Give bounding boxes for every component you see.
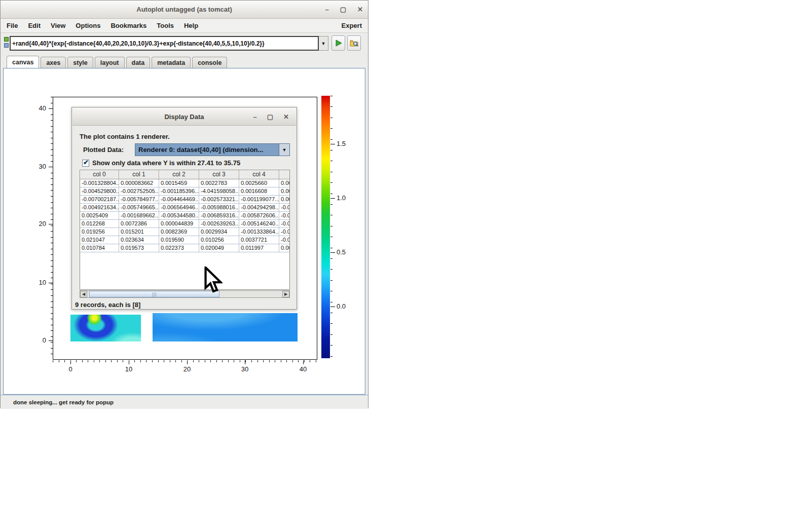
uri-dropdown-button[interactable]: ▼ — [319, 36, 328, 51]
tab-canvas[interactable]: canvas — [7, 56, 39, 68]
table-cell[interactable]: -0.005749665... — [119, 204, 159, 212]
tab-metadata[interactable]: metadata — [152, 57, 191, 68]
table-cell[interactable]: 0.019573 — [119, 244, 159, 252]
table-cell[interactable]: -4.041598058... — [199, 187, 239, 196]
table-row[interactable]: -0.001328804...0.0000836620.00154590.002… — [80, 179, 290, 187]
table-cell[interactable]: -0.006859316... — [199, 212, 239, 220]
table-cell[interactable]: 0.00 — [279, 244, 290, 252]
menu-edit[interactable]: Edit — [23, 22, 46, 29]
table-cell[interactable]: 0.0022783 — [199, 179, 239, 187]
table-cell[interactable]: -0.005344580... — [159, 212, 199, 220]
menu-help[interactable]: Help — [179, 22, 203, 29]
table-cell[interactable]: -0.001689662... — [119, 212, 159, 220]
dialog-close-icon[interactable]: ✕ — [283, 113, 289, 120]
menu-file[interactable]: File — [7, 22, 23, 29]
plotted-data-select[interactable]: Renderer 0: dataset[40,40] (dimension...… — [135, 143, 290, 156]
uri-input[interactable] — [10, 36, 319, 51]
scrollbar-thumb[interactable] — [89, 291, 219, 297]
window-minimize-icon[interactable]: – — [325, 6, 329, 13]
table-cell[interactable]: 0.00 — [279, 196, 290, 204]
table-cell[interactable]: 0.012268 — [80, 220, 119, 228]
table-cell[interactable]: 0.015201 — [119, 228, 159, 236]
table-row[interactable]: -0.007002187...-0.005784977...-0.0044644… — [80, 196, 290, 204]
table-cell[interactable]: 0.0015459 — [159, 179, 199, 187]
table-cell[interactable]: -0.001333864... — [239, 228, 279, 236]
table-cell[interactable]: -0.0 — [279, 220, 290, 228]
table-row[interactable]: -0.004921634...-0.005749665...-0.0065649… — [80, 204, 290, 212]
table-cell[interactable]: 0.010784 — [80, 244, 119, 252]
table-cell[interactable]: -0.005146240... — [239, 220, 279, 228]
table-cell[interactable]: -0.002752505... — [119, 187, 159, 196]
table-cell[interactable]: -0.006564946... — [159, 204, 199, 212]
dialog-maximize-icon[interactable]: ▢ — [267, 113, 273, 120]
window-titlebar[interactable]: Autoplot untagged (as tomcat) – ▢ ✕ — [1, 1, 368, 19]
table-cell[interactable]: 0.010256 — [199, 236, 239, 244]
table-cell[interactable]: -0.001185396... — [159, 187, 199, 196]
table-header-cell[interactable]: col 3 — [199, 170, 239, 179]
tab-data[interactable]: data — [126, 57, 151, 68]
table-cell[interactable]: 0.0016608 — [239, 187, 279, 196]
table-header-cell[interactable]: col 0 — [80, 170, 119, 179]
table-cell[interactable]: -0.004529800... — [80, 187, 119, 196]
table-header-cell[interactable]: col 4 — [239, 170, 279, 179]
table-cell[interactable]: -0.0 — [279, 212, 290, 220]
table-cell[interactable]: -0.004921634... — [80, 204, 119, 212]
tab-console[interactable]: console — [192, 57, 227, 68]
table-cell[interactable]: 0.0025660 — [239, 179, 279, 187]
table-cell[interactable]: 0.0072386 — [119, 220, 159, 228]
table-horizontal-scrollbar[interactable]: ◀ ▶ — [80, 290, 290, 298]
menu-expert[interactable]: Expert — [342, 22, 362, 29]
table-cell[interactable]: -0.007002187... — [80, 196, 119, 204]
tab-style[interactable]: style — [67, 57, 93, 68]
colorbar[interactable] — [321, 96, 330, 358]
menu-tools[interactable]: Tools — [152, 22, 179, 29]
table-row[interactable]: 0.0122680.00723860.000044839-0.002639263… — [80, 220, 290, 228]
table-cell[interactable]: 0.011997 — [239, 244, 279, 252]
table-cell[interactable]: -0.001328804... — [80, 179, 119, 187]
table-row[interactable]: 0.0192560.0152010.00823690.0029934-0.001… — [80, 228, 290, 236]
table-cell[interactable]: -0.001199077... — [239, 196, 279, 204]
table-cell[interactable]: -0.002639263... — [199, 220, 239, 228]
filter-checkbox[interactable]: ✔ — [82, 160, 89, 167]
dialog-titlebar[interactable]: Display Data – ▢ ✕ — [72, 108, 296, 126]
table-row[interactable]: 0.0210470.0236340.0195900.0102560.003772… — [80, 236, 290, 244]
table-cell[interactable]: 0.00 — [279, 187, 290, 196]
table-cell[interactable]: 0.0037721 — [239, 236, 279, 244]
table-row[interactable]: 0.0025409-0.001689662...-0.005344580...-… — [80, 212, 290, 220]
go-button[interactable] — [331, 35, 345, 51]
table-row[interactable]: -0.004529800...-0.002752505...-0.0011853… — [80, 187, 290, 196]
table-cell[interactable]: -0.005784977... — [119, 196, 159, 204]
table-cell[interactable]: -0.005872606... — [239, 212, 279, 220]
table-cell[interactable]: 0.021047 — [80, 236, 119, 244]
table-cell[interactable]: 0.000083662 — [119, 179, 159, 187]
inspect-uri-button[interactable] — [347, 35, 361, 51]
table-header-cell[interactable]: col 1 — [119, 170, 159, 179]
window-maximize-icon[interactable]: ▢ — [340, 6, 346, 13]
table-cell[interactable]: 0.000044839 — [159, 220, 199, 228]
table-cell[interactable]: 0.019590 — [159, 236, 199, 244]
table-cell[interactable]: 0.020049 — [199, 244, 239, 252]
menu-bookmarks[interactable]: Bookmarks — [105, 22, 152, 29]
table-cell[interactable]: -0.0 — [279, 228, 290, 236]
table-cell[interactable]: 0.019256 — [80, 228, 119, 236]
table-cell[interactable]: -0.004294298... — [239, 204, 279, 212]
tab-layout[interactable]: layout — [95, 57, 125, 68]
tab-axes[interactable]: axes — [41, 57, 66, 68]
table-cell[interactable]: -0.005988016... — [199, 204, 239, 212]
dialog-minimize-icon[interactable]: – — [253, 113, 257, 120]
table-cell[interactable]: -0.002573321... — [199, 196, 239, 204]
table-cell[interactable]: 0.023634 — [119, 236, 159, 244]
table-cell[interactable]: 0.0082369 — [159, 228, 199, 236]
table-header-cell[interactable] — [279, 170, 290, 179]
scroll-left-button[interactable]: ◀ — [80, 291, 87, 297]
table-row[interactable]: 0.0107840.0195730.0223730.0200490.011997… — [80, 244, 290, 252]
table-cell[interactable]: -0.004464469... — [159, 196, 199, 204]
scroll-right-button[interactable]: ▶ — [282, 291, 289, 297]
table-cell[interactable]: -0.0 — [279, 204, 290, 212]
table-cell[interactable]: 0.0025409 — [80, 212, 119, 220]
table-cell[interactable]: 0.0029934 — [199, 228, 239, 236]
table-cell[interactable]: -0.0 — [279, 236, 290, 244]
table-cell[interactable]: 0.00 — [279, 179, 290, 187]
table-header-cell[interactable]: col 2 — [159, 170, 199, 179]
menu-view[interactable]: View — [46, 22, 70, 29]
